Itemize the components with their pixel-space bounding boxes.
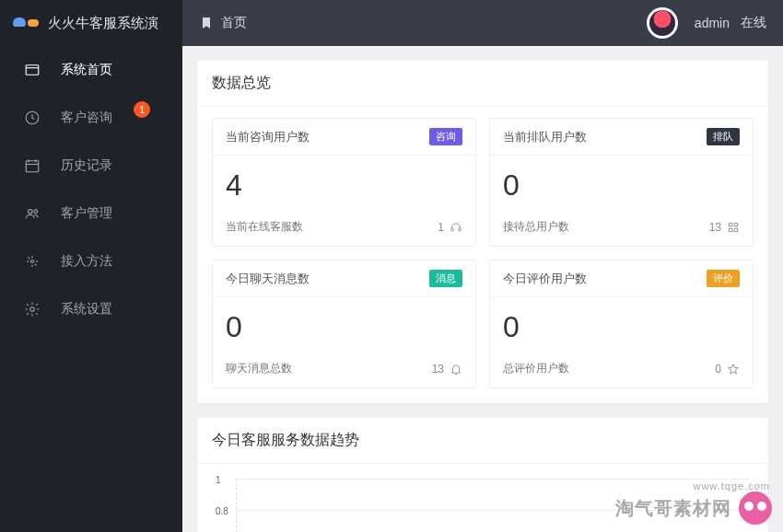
nav-label: 接入方法 — [61, 253, 112, 270]
card-value: 0 — [503, 310, 740, 344]
brand-logo-icon — [13, 14, 39, 32]
breadcrumb-home[interactable]: 首页 — [221, 15, 247, 31]
tag-consult: 咨询 — [429, 128, 462, 145]
calendar-icon — [24, 157, 41, 174]
grid-icon — [727, 221, 740, 234]
svg-rect-0 — [26, 65, 39, 75]
brand: 火火牛客服系统演 — [0, 0, 182, 46]
nav-label: 系统首页 — [61, 62, 112, 78]
card-head-label: 今日评价用户数 — [503, 271, 587, 287]
notification-badge: 1 — [134, 101, 150, 118]
nav-item-history[interactable]: 历史记录 — [0, 142, 182, 190]
nav-item-integration[interactable]: 接入方法 — [0, 237, 182, 285]
nav-item-customers[interactable]: 客户管理 — [0, 190, 182, 237]
tag-rating: 评价 — [707, 270, 740, 287]
tag-message: 消息 — [429, 270, 462, 287]
watermark-face-icon — [739, 492, 772, 525]
nav-item-settings[interactable]: 系统设置 — [0, 285, 182, 333]
nav-list: 系统首页 客户咨询 1 历史记录 客户管理 接入方法 系统设置 — [0, 46, 182, 333]
svg-rect-18 — [459, 227, 461, 231]
watermark-url: www.tqge.com — [693, 480, 770, 492]
svg-point-16 — [30, 307, 35, 312]
card-messages: 今日聊天消息数 消息 0 聊天消息总数 13 — [212, 260, 476, 388]
nav-label: 历史记录 — [61, 157, 112, 174]
overview-panel: 数据总览 当前咨询用户数 咨询 4 当前在线客服数 1 — [197, 61, 768, 403]
headset-icon — [450, 221, 462, 234]
svg-point-7 — [29, 210, 33, 214]
main: 首页 admin 在线 数据总览 当前咨询用户数 咨询 4 当前在线 — [182, 0, 783, 532]
window-icon — [24, 62, 41, 78]
svg-rect-21 — [729, 228, 732, 232]
content-scroll[interactable]: 数据总览 当前咨询用户数 咨询 4 当前在线客服数 1 — [182, 46, 783, 532]
user-status: 在线 — [741, 15, 766, 31]
brand-title: 火火牛客服系统演 — [48, 15, 158, 32]
card-rating: 今日评价用户数 评价 0 总评价用户数 0 — [489, 260, 754, 388]
card-consulting: 当前咨询用户数 咨询 4 当前在线客服数 1 — [212, 118, 476, 247]
bell-icon — [450, 363, 462, 376]
user-name[interactable]: admin — [695, 16, 730, 30]
card-value: 0 — [503, 168, 740, 202]
tag-queue: 排队 — [707, 128, 740, 145]
card-value: 0 — [226, 310, 462, 344]
clock-icon — [24, 110, 41, 126]
svg-line-14 — [29, 258, 30, 260]
card-foot-value: 13 — [432, 363, 444, 376]
svg-rect-20 — [734, 223, 738, 226]
svg-rect-22 — [734, 228, 738, 232]
nav-item-home[interactable]: 系统首页 — [0, 46, 182, 94]
card-foot-label: 总评价用户数 — [503, 361, 569, 376]
card-foot-label: 当前在线客服数 — [226, 219, 303, 235]
topbar: 首页 admin 在线 — [182, 0, 783, 46]
card-head-label: 今日聊天消息数 — [226, 271, 310, 287]
avatar[interactable] — [647, 7, 678, 39]
sidebar: 火火牛客服系统演 系统首页 客户咨询 1 历史记录 客户管理 接入方 — [0, 0, 182, 532]
card-head-label: 当前咨询用户数 — [226, 129, 310, 145]
card-queue: 当前排队用户数 排队 0 接待总用户数 13 — [489, 118, 754, 247]
nav-label: 系统设置 — [61, 301, 112, 318]
card-head-label: 当前排队用户数 — [503, 129, 587, 145]
watermark: 淘气哥素材网 — [615, 492, 772, 525]
y-tick: 0.8 — [216, 506, 228, 516]
svg-rect-19 — [729, 223, 732, 226]
card-foot-label: 接待总用户数 — [503, 219, 569, 235]
users-icon — [24, 205, 41, 222]
nav-label: 客户咨询 — [61, 110, 112, 126]
gear-icon — [24, 301, 41, 318]
card-foot-label: 聊天消息总数 — [226, 361, 292, 376]
card-foot-value: 1 — [438, 221, 444, 234]
card-foot-value: 13 — [709, 221, 721, 234]
cards-grid: 当前咨询用户数 咨询 4 当前在线客服数 1 — [197, 107, 768, 403]
sparkle-icon — [24, 253, 41, 270]
nav-item-consult[interactable]: 客户咨询 1 — [0, 94, 182, 142]
star-icon — [727, 363, 740, 376]
bookmark-icon — [199, 16, 214, 30]
card-value: 4 — [226, 168, 462, 202]
svg-rect-17 — [451, 227, 453, 231]
card-foot-value: 0 — [715, 363, 721, 376]
watermark-text: 淘气哥素材网 — [615, 496, 731, 521]
y-tick: 1 — [216, 475, 221, 485]
svg-point-9 — [31, 260, 34, 263]
svg-point-8 — [34, 210, 38, 214]
avatar-icon — [649, 10, 675, 36]
svg-rect-3 — [26, 161, 39, 172]
nav-label: 客户管理 — [61, 205, 112, 222]
svg-line-15 — [35, 264, 37, 266]
panel-title: 今日客服服务数据趋势 — [197, 418, 768, 464]
panel-title: 数据总览 — [197, 61, 768, 107]
